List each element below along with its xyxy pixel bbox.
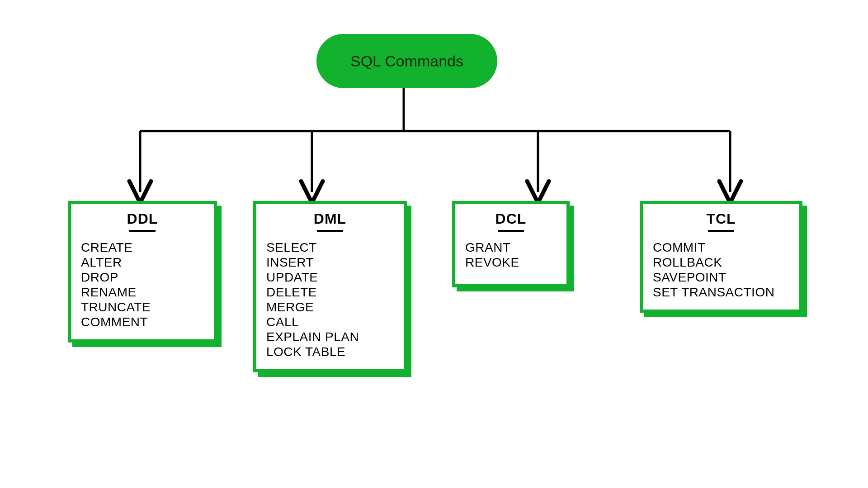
list-item: MERGE bbox=[266, 300, 394, 314]
list-item: EXPLAIN PLAN bbox=[266, 329, 394, 344]
category-box-tcl: TCL COMMIT ROLLBACK SAVEPOINT SET TRANSA… bbox=[640, 201, 802, 313]
list-item: SELECT bbox=[266, 240, 394, 255]
root-node-sql-commands: SQL Commands bbox=[316, 34, 497, 88]
list-item: CALL bbox=[266, 314, 394, 329]
box-items-dcl: GRANT REVOKE bbox=[465, 240, 557, 270]
box-title: DDL bbox=[81, 211, 204, 227]
list-item: TRUNCATE bbox=[81, 300, 204, 314]
category-box-dml: DML SELECT INSERT UPDATE DELETE MERGE CA… bbox=[253, 201, 407, 372]
list-item: SET TRANSACTION bbox=[653, 285, 789, 300]
box-title: DCL bbox=[465, 211, 557, 227]
list-item: DELETE bbox=[266, 285, 394, 300]
list-item: CREATE bbox=[81, 240, 204, 255]
list-item: COMMENT bbox=[81, 314, 204, 329]
box-items-tcl: COMMIT ROLLBACK SAVEPOINT SET TRANSACTIO… bbox=[653, 240, 789, 300]
box-items-ddl: CREATE ALTER DROP RENAME TRUNCATE COMMEN… bbox=[81, 240, 204, 329]
list-item: GRANT bbox=[465, 240, 557, 255]
box-title: TCL bbox=[653, 211, 789, 227]
root-label: SQL Commands bbox=[350, 52, 463, 70]
list-item: LOCK TABLE bbox=[266, 344, 394, 359]
box-items-dml: SELECT INSERT UPDATE DELETE MERGE CALL E… bbox=[266, 240, 394, 359]
title-underline bbox=[129, 230, 156, 232]
box-title: DML bbox=[266, 211, 394, 227]
list-item: DROP bbox=[81, 270, 204, 285]
title-underline bbox=[498, 230, 524, 232]
list-item: SAVEPOINT bbox=[653, 270, 789, 285]
category-box-dcl: DCL GRANT REVOKE bbox=[452, 201, 570, 287]
category-box-ddl: DDL CREATE ALTER DROP RENAME TRUNCATE CO… bbox=[68, 201, 217, 343]
list-item: COMMIT bbox=[653, 240, 789, 255]
list-item: ALTER bbox=[81, 255, 204, 270]
list-item: ROLLBACK bbox=[653, 255, 789, 270]
title-underline bbox=[317, 230, 343, 232]
list-item: RENAME bbox=[81, 285, 204, 300]
list-item: INSERT bbox=[266, 255, 394, 270]
list-item: UPDATE bbox=[266, 270, 394, 285]
title-underline bbox=[708, 230, 734, 232]
list-item: REVOKE bbox=[465, 255, 557, 270]
